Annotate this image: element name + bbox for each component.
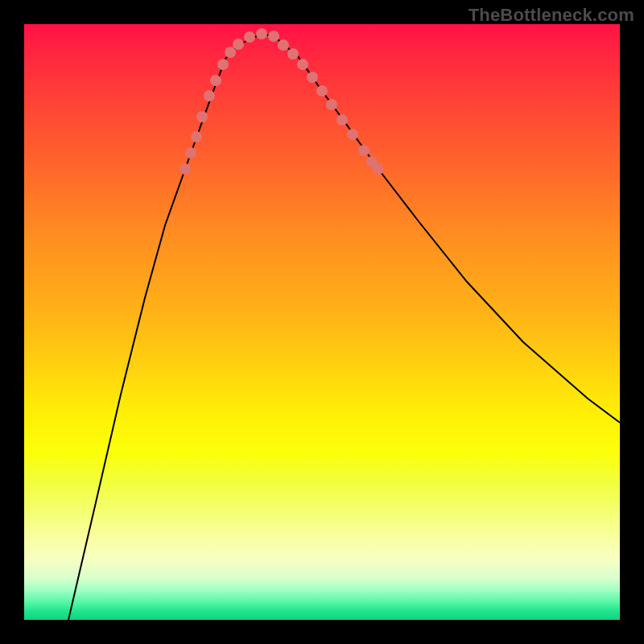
- chart-frame: TheBottleneck.com: [0, 0, 644, 644]
- watermark-text: TheBottleneck.com: [469, 5, 634, 26]
- gradient-plot-area: [24, 24, 620, 620]
